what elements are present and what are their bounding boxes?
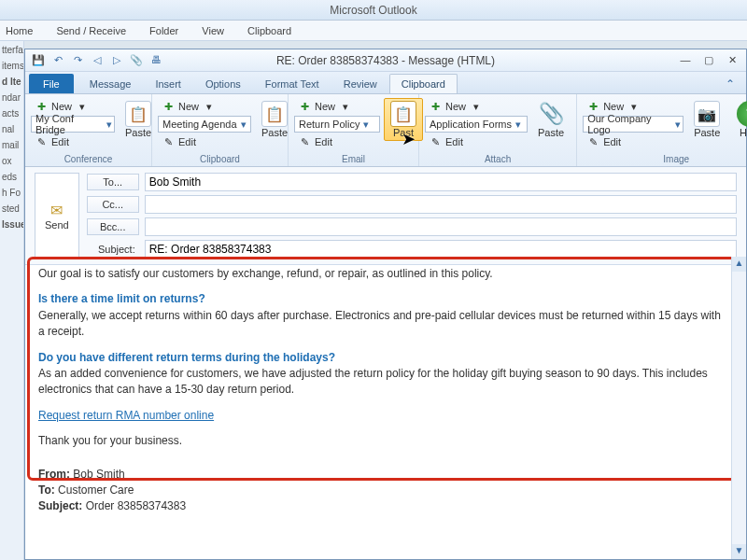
- qat-prev-icon[interactable]: ◁: [90, 52, 105, 67]
- clipboard-dropdown[interactable]: Meeting Agenda▾: [158, 116, 251, 133]
- envelope-icon: ✉: [50, 202, 63, 219]
- cc-button[interactable]: Cc...: [87, 196, 139, 213]
- compose-window: 💾 ↶ ↷ ◁ ▷ 📎 🖶 RE: Order 83858374383 - Me…: [24, 49, 747, 560]
- message-body[interactable]: Our goal is to satisfy our customers by …: [25, 257, 746, 559]
- attach-new-button[interactable]: ✚New▾: [425, 98, 528, 115]
- conference-edit-button[interactable]: ✎Edit: [31, 133, 115, 150]
- tab-options[interactable]: Options: [193, 74, 253, 93]
- subject-label: Subject:: [87, 242, 139, 257]
- body-heading: Do you have different return terms durin…: [38, 351, 335, 364]
- menu-home[interactable]: Home: [6, 25, 33, 36]
- plus-icon: ✚: [586, 100, 599, 113]
- group-attach: ✚New▾ Application Forms▾ ✎Edit 📎Paste At…: [419, 94, 577, 166]
- qat-save-icon[interactable]: 💾: [31, 52, 46, 67]
- close-button[interactable]: ✕: [724, 52, 740, 67]
- attach-dropdown[interactable]: Application Forms▾: [425, 116, 528, 133]
- cc-field[interactable]: [145, 195, 737, 214]
- qat-print-icon[interactable]: 🖶: [148, 52, 163, 67]
- ribbon-tabs: File Message Insert Options Format Text …: [25, 72, 746, 94]
- email-edit-button[interactable]: ✎Edit: [294, 133, 380, 150]
- ribbon-collapse-icon[interactable]: ⌃: [722, 75, 739, 93]
- email-new-button[interactable]: ✚New▾: [294, 98, 380, 115]
- group-label: Attach: [419, 154, 576, 164]
- plus-icon: ✚: [35, 100, 48, 113]
- bcc-field[interactable]: [145, 217, 737, 236]
- pencil-icon: ✎: [35, 135, 48, 148]
- quick-access-toolbar: 💾 ↶ ↷ ◁ ▷ 📎 🖶: [31, 52, 165, 67]
- pencil-icon: ✎: [162, 135, 175, 148]
- help-icon: ?: [737, 101, 747, 127]
- pencil-icon: ✎: [429, 135, 442, 148]
- quoted-header: From: Bob Smith To: Customer Care Subjec…: [38, 467, 729, 515]
- clipboard-new-button[interactable]: ✚New▾: [158, 98, 251, 115]
- nav-pane[interactable]: tterfaitemsd Ite ndaractsnal mailoxeds h…: [0, 41, 24, 560]
- outlook-menubar: Home Send / Receive Folder View Clipboar…: [0, 21, 747, 41]
- menu-clipboard[interactable]: Clipboard: [247, 25, 291, 36]
- attach-paste-button[interactable]: 📎Paste: [531, 98, 571, 141]
- image-edit-button[interactable]: ✎Edit: [583, 133, 684, 150]
- group-clipboard: ✚New▾ Meeting Agenda▾ ✎Edit 📋Paste Clipb…: [152, 94, 289, 166]
- group-conference: ✚New▾ My Conf Bridge▾ ✎Edit 📋Paste Confe…: [25, 94, 152, 166]
- clipboard-icon: 📋: [390, 101, 416, 127]
- to-button[interactable]: To...: [87, 174, 139, 190]
- outlook-title: Microsoft Outlook: [0, 0, 747, 21]
- tab-file[interactable]: File: [29, 74, 74, 93]
- qat-attach-icon[interactable]: 📎: [129, 52, 144, 67]
- tab-clipboard[interactable]: Clipboard: [389, 74, 458, 93]
- group-email: ✚New▾ Return Policy▾ ✎Edit 📋 Past ➤ Emai…: [289, 94, 419, 166]
- title-bar: 💾 ↶ ↷ ◁ ▷ 📎 🖶 RE: Order 83858374383 - Me…: [25, 49, 746, 72]
- body-heading: Is there a time limit on returns?: [38, 292, 205, 305]
- tab-insert[interactable]: Insert: [143, 74, 193, 93]
- email-dropdown[interactable]: Return Policy▾: [294, 116, 380, 133]
- pencil-icon: ✎: [586, 135, 599, 148]
- image-paste-button[interactable]: 📷Paste: [687, 98, 726, 141]
- menu-folder[interactable]: Folder: [149, 25, 178, 36]
- rma-link[interactable]: Request return RMA number online: [38, 409, 214, 422]
- to-field[interactable]: [145, 173, 737, 191]
- paperclip-icon: 📎: [538, 101, 564, 127]
- camera-icon: 📷: [694, 101, 720, 127]
- plus-icon: ✚: [298, 100, 311, 113]
- clipboard-edit-button[interactable]: ✎Edit: [158, 133, 251, 150]
- pencil-icon: ✎: [298, 135, 311, 148]
- help-button[interactable]: ?Help: [730, 98, 747, 141]
- body-text: As an added convenience for customers, w…: [38, 367, 708, 396]
- body-text: Our goal is to satisfy our customers by …: [38, 266, 729, 282]
- conference-dropdown[interactable]: My Conf Bridge▾: [31, 116, 115, 133]
- qat-redo-icon[interactable]: ↷: [70, 52, 85, 67]
- group-label: Conference: [25, 154, 151, 164]
- menu-view[interactable]: View: [202, 25, 224, 36]
- scrollbar[interactable]: ▲ ▼: [731, 257, 746, 559]
- scroll-down-icon[interactable]: ▼: [732, 544, 746, 559]
- group-label: Email: [289, 154, 418, 164]
- clipboard-icon: 📋: [125, 101, 151, 127]
- image-dropdown[interactable]: Our Company Logo▾: [583, 116, 684, 133]
- clipboard-icon: 📋: [261, 101, 288, 127]
- send-button[interactable]: ✉ Send: [35, 173, 79, 259]
- menu-send-receive[interactable]: Send / Receive: [56, 25, 126, 36]
- tab-format-text[interactable]: Format Text: [253, 74, 331, 93]
- tab-message[interactable]: Message: [78, 74, 144, 93]
- minimize-button[interactable]: —: [677, 52, 694, 67]
- bcc-button[interactable]: Bcc...: [87, 218, 139, 235]
- plus-icon: ✚: [162, 100, 175, 113]
- subject-field[interactable]: [145, 240, 737, 259]
- body-text: Thank you for your business.: [38, 433, 729, 449]
- tab-review[interactable]: Review: [331, 74, 389, 93]
- body-text: Generally, we accept returns within 60 d…: [38, 309, 721, 338]
- ribbon: ✚New▾ My Conf Bridge▾ ✎Edit 📋Paste Confe…: [25, 94, 746, 167]
- group-image: ✚New▾ Our Company Logo▾ ✎Edit 📷Paste ?He…: [577, 94, 747, 166]
- email-paste-button[interactable]: 📋 Past ➤: [384, 98, 423, 141]
- qat-undo-icon[interactable]: ↶: [50, 52, 65, 67]
- group-label: Image: [577, 154, 747, 164]
- message-header: ✉ Send To... Cc... Bcc... Subject:: [25, 167, 746, 265]
- attach-edit-button[interactable]: ✎Edit: [425, 133, 528, 150]
- group-label: Clipboard: [152, 154, 288, 164]
- maximize-button[interactable]: ▢: [700, 52, 717, 67]
- plus-icon: ✚: [429, 100, 442, 113]
- qat-next-icon[interactable]: ▷: [109, 52, 124, 67]
- scroll-up-icon[interactable]: ▲: [732, 257, 746, 272]
